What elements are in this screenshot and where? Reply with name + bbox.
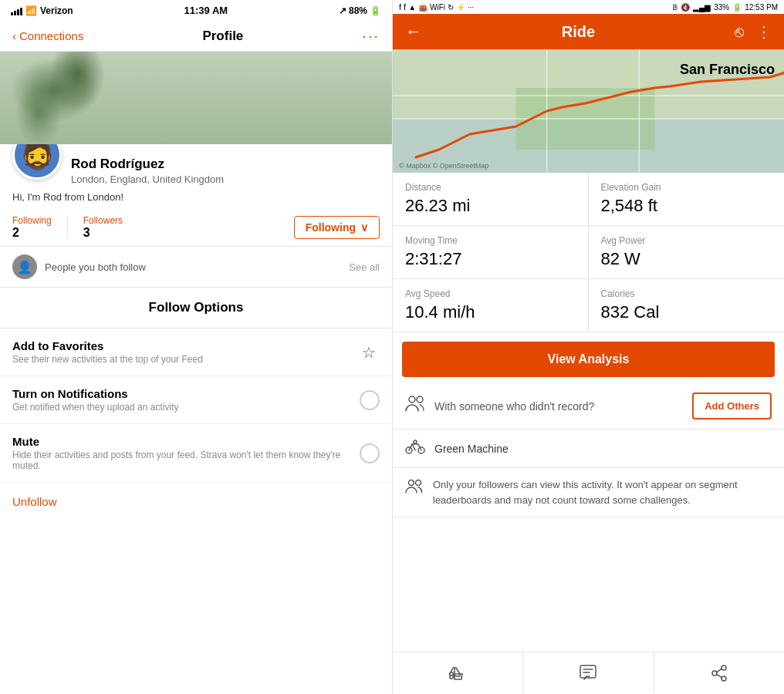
svg-point-8 — [417, 396, 423, 403]
option-title-notifications: Turn on Notifications — [12, 387, 360, 400]
chevron-down-icon: ∨ — [360, 221, 368, 234]
stat-avg-speed: Avg Speed 10.4 mi/h — [393, 279, 589, 332]
signal-bar-2 — [14, 11, 16, 15]
bluetooth-icon: 𝔹 — [672, 3, 678, 12]
followers-stat[interactable]: Followers 3 — [83, 215, 123, 240]
profile-name: Rod Rodríguez — [71, 157, 380, 172]
option-text-mute: Mute Hide their activities and posts fro… — [12, 435, 360, 471]
facebook-icon-2: f — [404, 2, 406, 12]
people-icon — [405, 396, 425, 417]
bike-row: Green Machine — [393, 430, 784, 468]
facebook-icon-1: f — [399, 2, 401, 12]
refresh-icon: ↻ — [448, 3, 454, 12]
stat-label-avg-speed: Avg Speed — [405, 288, 576, 299]
stat-moving-time: Moving Time 2:31:27 — [393, 226, 589, 279]
stat-label-moving-time: Moving Time — [405, 235, 576, 246]
triangle-icon: ▲ — [408, 3, 416, 12]
signal-bar-3 — [17, 9, 19, 15]
stat-label-distance: Distance — [405, 182, 576, 193]
svg-point-19 — [712, 671, 717, 675]
toggle-icon-notifications — [360, 390, 380, 410]
mute-option[interactable]: Mute Hide their activities and posts fro… — [0, 424, 392, 483]
status-icons-right: f f ▲ 👜 WiFi ↻ ⚡ ··· — [399, 2, 474, 12]
see-all-link[interactable]: See all — [349, 261, 380, 273]
follow-options-sheet: Follow Options Add to Favorites See thei… — [0, 288, 392, 694]
profile-info: Rod Rodríguez London, England, United Ki… — [71, 153, 380, 185]
share-icon-nav[interactable]: ⎋ — [735, 23, 744, 41]
nav-actions: ⎋ ⋮ — [735, 22, 772, 41]
stat-value-calories: 832 Cal — [601, 302, 772, 322]
svg-point-20 — [721, 676, 726, 681]
ellipsis-icon: ··· — [468, 3, 474, 12]
back-button-right[interactable]: ← — [405, 22, 422, 42]
stat-elevation: Elevation Gain 2,548 ft — [589, 173, 785, 226]
bike-icon — [405, 439, 425, 458]
option-text-notifications: Turn on Notifications Get notified when … — [12, 387, 360, 413]
following-count: 2 — [12, 226, 52, 240]
add-to-favorites-option[interactable]: Add to Favorites See their new activitie… — [0, 328, 392, 376]
followers-label: Followers — [83, 215, 123, 226]
stat-label-calories: Calories — [601, 288, 772, 299]
back-button[interactable]: ‹ Connections — [12, 29, 83, 42]
ride-with-row: With someone who didn't record? Add Othe… — [393, 383, 784, 430]
like-button[interactable] — [393, 652, 523, 694]
page-title-left: Profile — [202, 29, 243, 44]
following-stat[interactable]: Following 2 — [12, 215, 52, 240]
status-bar-left: 📶 Verizon 11:39 AM ↗ 88% 🔋 — [0, 0, 392, 21]
status-right-info: 𝔹 🔇 ▂▄▆ 33% 🔋 12:53 PM — [672, 3, 778, 12]
mutual-avatar: 👤 — [12, 254, 37, 279]
svg-point-7 — [409, 396, 415, 403]
follow-options-title: Follow Options — [0, 288, 392, 328]
bike-name: Green Machine — [434, 443, 509, 455]
battery-pct-right: 33% — [714, 3, 729, 12]
privacy-text: Only your followers can view this activi… — [433, 477, 772, 507]
privacy-row: Only your followers can view this activi… — [393, 468, 784, 517]
cover-plant-image — [0, 52, 392, 144]
comment-button[interactable] — [523, 653, 654, 693]
share-button[interactable] — [654, 653, 784, 693]
view-analysis-button[interactable]: View Analysis — [402, 342, 775, 377]
chevron-left-icon: ‹ — [12, 29, 16, 42]
option-desc-notifications: Get notified when they upload an activit… — [12, 402, 360, 413]
stat-avg-power: Avg Power 82 W — [589, 226, 785, 279]
stat-value-moving-time: 2:31:27 — [405, 249, 576, 269]
battery-pct-left: 88% — [349, 5, 367, 16]
profile-stats: Following 2 Followers 3 Following ∨ — [0, 209, 392, 247]
profile-cover — [0, 52, 392, 144]
notifications-option[interactable]: Turn on Notifications Get notified when … — [0, 376, 392, 424]
mutual-follows-row[interactable]: 👤 People you both follow See all — [0, 247, 392, 288]
stat-value-elevation: 2,548 ft — [601, 196, 772, 216]
map-container[interactable]: San Francisco © Mapbox © OpenStreetMap — [393, 49, 784, 173]
profile-section: 🧔 Rod Rodríguez London, England, United … — [0, 144, 392, 191]
wifi-icon-left: 📶 — [25, 5, 37, 16]
svg-line-22 — [717, 674, 721, 677]
stats-grid: Distance 26.23 mi Elevation Gain 2,548 f… — [393, 173, 784, 332]
more-button-left[interactable]: ··· — [362, 27, 380, 45]
battery-arrow: ↗ — [339, 5, 346, 16]
option-desc-favorites: See their new activities at the top of y… — [12, 354, 358, 365]
option-title-mute: Mute — [12, 435, 360, 448]
add-others-button[interactable]: Add Others — [692, 392, 772, 419]
time-right: 12:53 PM — [745, 3, 778, 12]
more-icon-nav[interactable]: ⋮ — [756, 22, 772, 41]
toggle-icon-mute — [360, 443, 380, 463]
map-label: San Francisco — [680, 62, 775, 78]
carrier: 📶 Verizon — [11, 5, 73, 16]
stat-label-elevation: Elevation Gain — [601, 182, 772, 193]
right-panel: f f ▲ 👜 WiFi ↻ ⚡ ··· 𝔹 🔇 ▂▄▆ 33% 🔋 12:53… — [392, 0, 784, 694]
option-title-favorites: Add to Favorites — [12, 339, 358, 352]
signal-bar-4 — [20, 8, 22, 15]
profile-bio: Hi, I'm Rod from London! — [0, 191, 392, 209]
mute-icon: 🔇 — [681, 3, 690, 12]
battery-icon-left: 🔋 — [370, 5, 381, 16]
followers-privacy-icon — [405, 479, 424, 498]
wifi-right: WiFi — [430, 3, 445, 12]
svg-point-12 — [409, 480, 414, 486]
stat-distance: Distance 26.23 mi — [393, 173, 589, 226]
left-panel: 📶 Verizon 11:39 AM ↗ 88% 🔋 ‹ Connections… — [0, 0, 392, 694]
battery-icon-right: 🔋 — [732, 3, 742, 12]
following-button[interactable]: Following ∨ — [294, 216, 380, 239]
profile-location: London, England, United Kingdom — [71, 174, 380, 185]
unfollow-button[interactable]: Unfollow — [0, 483, 392, 520]
signal-bars — [11, 6, 22, 15]
